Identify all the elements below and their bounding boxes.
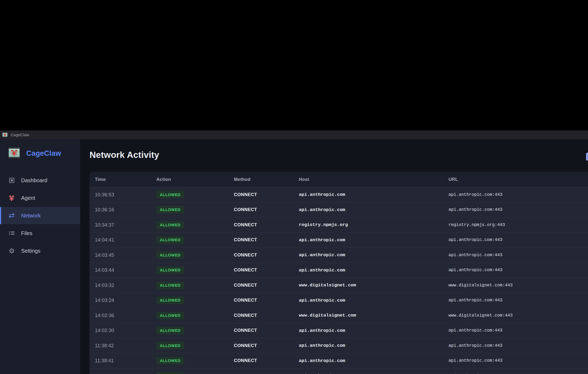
cell-url: api.anthropic.com:443	[448, 298, 588, 303]
table-row[interactable]: 14:02:30 ALLOWED CONNECT api.anthropic.c…	[90, 323, 588, 338]
cell-time: 11:38:42	[95, 343, 156, 349]
table-row[interactable]: 14:03:45 ALLOWED CONNECT api.anthropic.c…	[90, 247, 588, 263]
cell-host: api.anthropic.com	[299, 192, 448, 197]
sidebar-item-label: Agent	[21, 195, 35, 201]
cell-host: api.anthropic.com	[299, 268, 448, 273]
cell-url: api.anthropic.com:443	[448, 328, 588, 333]
status-badge: ALLOWED	[156, 327, 184, 334]
cell-url: api.anthropic.com:443	[448, 343, 588, 348]
cell-method: CONNECT	[234, 252, 299, 258]
cell-url: www.digitalsignet.com:443	[448, 313, 588, 318]
table-row[interactable]: 10:34:37 ALLOWED CONNECT registry.npmjs.…	[90, 217, 588, 232]
cell-url: api.anthropic.com:443	[448, 207, 588, 212]
cell-url: registry.npmjs.org:443	[448, 223, 588, 227]
cell-time: 10:36:16	[95, 207, 156, 213]
app-window: CageClaw Dashboard Agent Net	[0, 139, 588, 374]
cell-host: registry.npmjs.org	[299, 222, 448, 227]
cell-method: CONNECT	[234, 313, 299, 318]
brand: CageClaw	[0, 139, 80, 159]
cell-url: api.anthropic.com:443	[448, 268, 588, 272]
cell-host: api.anthropic.com	[299, 237, 448, 243]
sidebar-item[interactable]: Settings	[0, 242, 80, 259]
cageclaw-logo-icon	[8, 147, 20, 159]
sidebar-item-label: Files	[21, 230, 32, 236]
status-badge: ALLOWED	[156, 236, 184, 244]
cell-action: ALLOWED	[156, 251, 234, 259]
cell-host: api.anthropic.com	[299, 207, 448, 212]
status-badge: ALLOWED	[156, 282, 184, 289]
sidebar-item-label: Network	[21, 213, 41, 219]
cell-action: ALLOWED	[156, 221, 234, 229]
status-badge: ALLOWED	[156, 221, 184, 229]
cell-method: CONNECT	[234, 298, 299, 303]
swap-arrows-icon	[8, 212, 15, 219]
cell-host: www.digitalsignet.com	[299, 313, 448, 318]
cell-action: ALLOWED	[156, 372, 234, 374]
table-row[interactable]: 10:36:53 ALLOWED CONNECT api.anthropic.c…	[90, 187, 588, 202]
cell-time: 10:36:53	[95, 192, 156, 198]
cell-time: 14:04:41	[95, 237, 156, 243]
table-row[interactable]: 14:04:41 ALLOWED CONNECT api.anthropic.c…	[90, 232, 588, 248]
column-header-time: Time	[95, 177, 156, 182]
column-header-method: Method	[234, 177, 299, 182]
cell-url: www.digitalsignet.com:443	[448, 283, 588, 288]
status-badge: ALLOWED	[156, 191, 184, 198]
cell-action: ALLOWED	[156, 342, 234, 349]
window-titlebar[interactable]: CageClaw	[0, 130, 588, 139]
table-row[interactable]: 14:03:32 ALLOWED CONNECT www.digitalsign…	[90, 278, 588, 293]
cell-action: ALLOWED	[156, 297, 234, 304]
cell-action: ALLOWED	[156, 282, 234, 289]
window-title: CageClaw	[11, 133, 29, 137]
sidebar-nav: Dashboard Agent Network Files	[0, 172, 80, 260]
cell-action: ALLOWED	[156, 357, 234, 364]
cell-method: CONNECT	[234, 222, 299, 228]
table-row[interactable]: 14:03:44 ALLOWED CONNECT api.anthropic.c…	[90, 263, 588, 278]
sidebar-item[interactable]: Agent	[0, 189, 80, 207]
cell-method: CONNECT	[234, 343, 299, 348]
cell-method: CONNECT	[234, 283, 299, 288]
sidebar-item[interactable]: Files	[0, 225, 80, 242]
cell-method: CONNECT	[234, 207, 299, 212]
cageclaw-logo-icon	[2, 132, 8, 137]
cell-action: ALLOWED	[156, 191, 234, 198]
status-badge: ALLOWED	[156, 266, 184, 274]
table-row[interactable]: 14:02:36 ALLOWED CONNECT www.digitalsign…	[90, 308, 588, 323]
cell-action: ALLOWED	[156, 206, 234, 213]
cell-method: CONNECT	[234, 358, 299, 363]
network-activity-table: Time Action Method Host URL 10:36:53 ALL…	[90, 172, 588, 374]
cell-method: CONNECT	[234, 267, 299, 273]
column-header-url: URL	[448, 177, 588, 182]
table-row[interactable]: 10:36:16 ALLOWED CONNECT api.anthropic.c…	[90, 202, 588, 217]
table-row[interactable]: 11:38:42 ALLOWED CONNECT api.anthropic.c…	[90, 338, 588, 353]
cell-time: 14:03:44	[95, 267, 156, 273]
cell-host: api.anthropic.com	[299, 298, 448, 303]
cell-host: api.anthropic.com	[299, 328, 448, 333]
status-badge: ALLOWED	[156, 342, 184, 349]
cell-host: api.anthropic.com	[299, 358, 448, 363]
status-badge: ALLOWED	[156, 297, 184, 304]
sidebar: CageClaw Dashboard Agent Net	[0, 139, 80, 374]
cell-time: 11:38:41	[95, 358, 156, 364]
cell-action: ALLOWED	[156, 266, 234, 274]
status-badge: ALLOWED	[156, 372, 184, 374]
cutoff-action-button[interactable]	[586, 153, 588, 161]
status-badge: ALLOWED	[156, 206, 184, 213]
cell-action: ALLOWED	[156, 312, 234, 319]
column-header-action: Action	[156, 177, 234, 182]
table-row[interactable]: 14:03:24 ALLOWED CONNECT api.anthropic.c…	[90, 293, 588, 308]
cell-action: ALLOWED	[156, 236, 234, 244]
table-row[interactable]: 11:38:41 ALLOWED CONNECT api.anthropic.c…	[90, 353, 588, 368]
cell-url: api.anthropic.com:443	[448, 253, 588, 258]
dashboard-icon	[8, 177, 15, 184]
page-title: Network Activity	[90, 150, 159, 160]
cell-url: api.anthropic.com:443	[448, 358, 588, 363]
main-content: Network Activity Time Action Method Host…	[80, 139, 588, 374]
sidebar-item[interactable]: Dashboard	[0, 172, 80, 189]
status-badge: ALLOWED	[156, 251, 184, 259]
table-row[interactable]: 11:38:33 ALLOWED CONNECT api.anthropic.c…	[90, 368, 588, 374]
cell-method: CONNECT	[234, 328, 299, 333]
sidebar-item[interactable]: Network	[0, 207, 80, 224]
sidebar-item-label: Dashboard	[21, 177, 47, 184]
cell-time: 14:02:30	[95, 328, 156, 333]
screen: CageClaw	[0, 0, 588, 374]
